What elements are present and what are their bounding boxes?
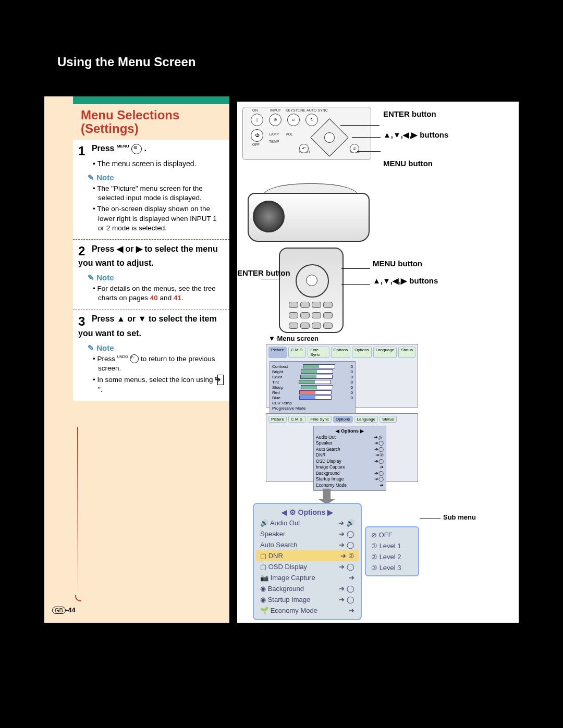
sub-menu: ⊘ OFF ① Level 1 ② Level 2 ③ Level 3	[365, 526, 419, 576]
t: • Press	[93, 355, 117, 363]
k: Audio Out	[316, 435, 336, 440]
step-2-note-1: • For details on the menus, see the tree…	[93, 284, 224, 303]
t: .	[181, 294, 183, 302]
note-text: Note	[96, 173, 114, 182]
note-text: Note	[96, 273, 114, 282]
remote-button[interactable]	[289, 312, 298, 318]
option-row: Speaker➔ ◯	[254, 528, 361, 539]
remote-button[interactable]	[323, 323, 333, 329]
remote-control-illustration	[279, 248, 344, 333]
remote-button[interactable]	[323, 302, 333, 308]
t: • In some menus, select the icon using "	[93, 376, 217, 384]
v: ➔②	[375, 452, 384, 458]
v: ➔◯	[374, 447, 384, 452]
t: Options	[298, 508, 326, 516]
enter-button[interactable]	[324, 132, 335, 143]
slider	[299, 396, 332, 400]
t: OFF	[379, 531, 393, 539]
slider	[301, 369, 333, 374]
sub-menu-item: ② Level 2	[366, 551, 418, 562]
k: Color	[272, 375, 282, 379]
option-row: 📷 Image Capture➔	[254, 572, 361, 583]
cp-label-input: INPUT	[270, 108, 281, 112]
keystone-button[interactable]: ▱	[287, 114, 300, 126]
page-ref-41: 41	[174, 294, 181, 302]
k: Tint	[272, 380, 279, 385]
k: CLR Temp	[272, 401, 292, 405]
undo-button[interactable]: ↶	[299, 144, 309, 153]
option-row: ◉ Background➔ ◯	[254, 583, 361, 594]
k: Sharp	[272, 385, 283, 390]
option-row-highlighted[interactable]: ▢ DNR➔ ②	[256, 550, 359, 561]
options-title: ◀ ⚙ Options ▶	[254, 507, 361, 517]
input-button[interactable]: ⊙	[269, 114, 282, 126]
osd-options-panel: ◀ Options ▶ Audio Out➔🔊 Speaker➔◯ Auto S…	[313, 426, 386, 491]
remote-button[interactable]	[300, 323, 310, 329]
projector-lens	[253, 201, 285, 232]
t: Options	[341, 428, 359, 434]
v: ➔◯	[374, 440, 384, 446]
osd-tab: Fine Sync	[308, 416, 332, 423]
remote-button[interactable]	[289, 323, 298, 329]
t: Level 1	[380, 542, 401, 550]
osd-tab: Picture	[268, 416, 287, 423]
option-row: 🌱 Economy Mode➔	[254, 605, 361, 616]
remote-button-grid	[288, 301, 335, 327]
v: ➔	[380, 464, 384, 470]
remote-button[interactable]	[312, 312, 321, 318]
osd-tab: Options	[333, 416, 353, 423]
v: 0	[351, 380, 353, 385]
v: ➔◯	[374, 476, 384, 482]
note-label: ✎ Note	[88, 343, 224, 353]
page-title: Using the Menu Screen	[57, 55, 195, 69]
remote-button[interactable]	[312, 302, 321, 308]
osd-tab: Fine Sync	[308, 347, 329, 358]
t: Economy Mode	[271, 607, 317, 614]
k: Red	[272, 390, 280, 395]
direction-pad[interactable]	[311, 119, 347, 155]
label-enter-button: ENTER button	[383, 109, 436, 118]
step-1: 1 Press MENU . • The menu screen is disp…	[73, 140, 229, 240]
remote-button[interactable]	[289, 302, 298, 308]
section-title: Menu Selections (Settings)	[81, 108, 179, 136]
step-number: 2	[78, 244, 90, 258]
slider	[299, 390, 332, 394]
step-timeline-line	[77, 427, 78, 599]
t: Startup Image	[268, 596, 311, 603]
menu-button[interactable]: ≡	[350, 144, 359, 153]
step-3-note-1: • Press UNDO ↶ to return to the previous…	[93, 354, 224, 373]
leader-line	[340, 125, 380, 126]
label-remote-menu: MENU button	[373, 259, 422, 268]
t: DNR	[268, 552, 283, 560]
osd-screenshot-picture: Picture C.M.S. Fine Sync Options Options…	[266, 344, 418, 408]
v: 0	[351, 375, 353, 379]
t: OSD Display	[268, 563, 307, 571]
t: Level 2	[380, 553, 401, 561]
t: Auto Search	[260, 541, 298, 549]
steps-column: 1 Press MENU . • The menu screen is disp…	[73, 140, 229, 401]
remote-button[interactable]	[312, 323, 321, 329]
remote-button[interactable]	[300, 312, 310, 318]
step-1-text-pre: Press	[92, 144, 117, 153]
k: Startup Image	[316, 476, 344, 482]
remote-button[interactable]	[323, 312, 333, 318]
step-3: 3 Press ▲ or ▼ to select the item you wa…	[73, 310, 229, 401]
step-1-head: Press MENU .	[92, 144, 146, 153]
label-menu-button: MENU button	[383, 159, 433, 168]
undo-label-small: UNDO	[117, 355, 128, 359]
sub-menu-item: ⊘ OFF	[366, 529, 418, 540]
leader-line	[352, 137, 381, 138]
v: 0	[351, 385, 353, 390]
osd-tab: Status	[380, 416, 397, 423]
remote-enter-button[interactable]	[306, 275, 317, 286]
on-button[interactable]: |	[251, 114, 263, 126]
step-3-head: Press ▲ or ▼ to select the item you want…	[78, 314, 217, 338]
off-button[interactable]: ⏻	[251, 129, 263, 142]
remote-button[interactable]	[300, 302, 310, 308]
cp-label-vol: VOL	[286, 132, 293, 136]
option-row: Auto Search➔ ◯	[254, 539, 361, 550]
osd-tabs: Picture C.M.S. Fine Sync Options Options…	[266, 344, 418, 360]
osd-tab: Language	[354, 416, 378, 423]
menu-button-icon	[131, 144, 142, 154]
right-column: ON INPUT KEYSTONE AUTO SYNC | ⏻ OFF ⊙ ▱ …	[237, 102, 519, 623]
